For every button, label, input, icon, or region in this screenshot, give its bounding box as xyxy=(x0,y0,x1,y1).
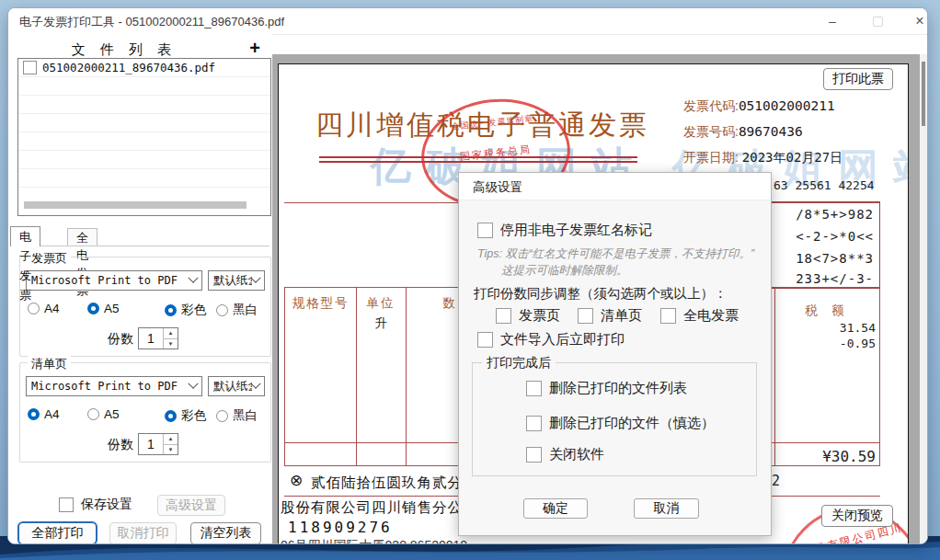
sync-list-page-checkbox[interactable]: 清单页 xyxy=(578,307,642,325)
sync-adjust-label: 打印份数同步调整（须勾选两个或以上）： xyxy=(474,285,728,303)
delete-printed-list-checkbox[interactable]: 删除已打印的文件列表 xyxy=(526,380,687,397)
after-print-group: 打印完成后 删除已打印的文件列表 删除已打印的文件（慎选） 关闭软件 xyxy=(472,362,757,476)
invoice-copies-label: 份数 xyxy=(108,331,133,348)
checkbox-icon xyxy=(526,447,542,463)
save-settings-label: 保存设置 xyxy=(81,497,132,513)
maximize-button[interactable] xyxy=(856,8,899,34)
invoice-date-value: 2023年02月27日 xyxy=(742,150,843,165)
print-this-button[interactable]: 打印此票 xyxy=(823,68,893,90)
invoice-number-row: 发票号码:89670436 xyxy=(683,124,803,141)
file-list-header: 文 件 列 表 xyxy=(8,41,240,59)
total-tax-value: ¥30.59 xyxy=(822,448,876,465)
clear-list-button[interactable]: 清空列表 xyxy=(190,522,261,544)
preview-vscrollbar[interactable] xyxy=(920,54,927,543)
list-tray-select[interactable]: 默认纸盒 xyxy=(208,376,265,396)
list-copies-stepper[interactable]: 1 ▲▼ xyxy=(138,433,178,455)
list-radio-bw[interactable]: 黑白 xyxy=(216,407,258,424)
file-list-item[interactable]: 051002000211_89670436.pdf xyxy=(18,59,270,77)
cancel-print-button[interactable]: 取消打印 xyxy=(109,522,177,544)
list-page-group: 清单页 Microsoft Print to PDF 默认纸盒 A4 A5 彩色 xyxy=(19,362,271,463)
list-tray-value: 默认纸盒 xyxy=(213,379,252,394)
close-software-checkbox[interactable]: 关闭软件 xyxy=(526,446,604,463)
invoice-tray-select[interactable]: 默认纸盒 xyxy=(208,270,265,291)
radio-label: 黑白 xyxy=(233,302,258,318)
radio-selected-icon xyxy=(165,410,177,422)
invoice-code-label: 发票代码: xyxy=(683,98,739,113)
checkbox-label: 删除已打印的文件列表 xyxy=(549,380,687,397)
vscrollbar-thumb[interactable] xyxy=(922,62,925,126)
disable-red-mark-checkbox[interactable]: 停用非电子发票红名标记 xyxy=(477,222,652,239)
seller-taxid-fragment: 118909276 xyxy=(288,519,393,536)
column-header-spec: 规格型号 xyxy=(285,295,356,312)
checkbox-icon xyxy=(660,308,676,324)
radio-icon xyxy=(216,304,228,316)
radio-selected-icon xyxy=(28,408,40,420)
invoice-code-row: 发票代码:051002000211 xyxy=(683,98,835,115)
chevron-down-icon xyxy=(250,379,260,389)
list-radio-a4[interactable]: A4 xyxy=(28,407,60,421)
checkbox-icon xyxy=(59,497,74,512)
amount-in-words: 贰佰陆拾伍圆玖角贰分 xyxy=(311,474,463,493)
radio-selected-icon xyxy=(87,303,99,314)
spin-up-icon[interactable]: ▲ xyxy=(164,328,178,338)
ok-button[interactable]: 确定 xyxy=(523,498,588,519)
radio-label: A4 xyxy=(44,302,60,315)
file-name: 051002000211_89670436.pdf xyxy=(42,61,215,74)
radio-label: A5 xyxy=(104,302,120,315)
checkbox-icon xyxy=(526,416,542,431)
chevron-down-icon xyxy=(250,273,260,283)
tax-value: -0.95 xyxy=(840,337,876,350)
invoice-page-group-label: 发票页 xyxy=(28,250,71,267)
spin-up-icon[interactable]: ▲ xyxy=(164,434,178,444)
advanced-settings-button[interactable]: 高级设置 xyxy=(157,495,225,516)
radio-label: A5 xyxy=(104,407,120,421)
radio-label: A4 xyxy=(44,407,60,421)
print-all-button[interactable]: 全部打印 xyxy=(17,521,97,544)
save-settings-checkbox[interactable]: 保存设置 xyxy=(59,497,132,513)
invoice-radio-a4[interactable]: A4 xyxy=(28,302,60,315)
list-radio-a5[interactable]: A5 xyxy=(87,407,120,421)
print-on-import-checkbox[interactable]: 文件导入后立即打印 xyxy=(477,331,625,349)
window-title: 电子发票打印工具 - 051002000211_89670436.pdf xyxy=(19,14,284,30)
list-radio-color[interactable]: 彩色 xyxy=(165,407,206,424)
invoice-printer-select[interactable]: Microsoft Print to PDF xyxy=(26,270,202,291)
list-page-group-label: 清单页 xyxy=(28,356,71,372)
close-button[interactable]: × xyxy=(899,8,928,34)
maximize-icon xyxy=(873,17,883,27)
invoice-printer-value: Microsoft Print to PDF xyxy=(31,274,189,287)
spin-down-icon[interactable]: ▼ xyxy=(164,338,178,349)
sync-full-digital-checkbox[interactable]: 全电发票 xyxy=(660,307,739,325)
tab-electronic-invoice[interactable]: 电子发票 xyxy=(10,226,40,246)
cancel-button[interactable]: 取消 xyxy=(634,498,699,519)
checkbox-label: 全电发票 xyxy=(683,307,739,325)
file-checkbox[interactable] xyxy=(23,61,37,74)
spin-down-icon[interactable]: ▼ xyxy=(164,444,178,455)
sync-invoice-page-checkbox[interactable]: 发票页 xyxy=(496,307,560,325)
checkbox-icon xyxy=(578,308,593,324)
file-list-hscrollbar[interactable] xyxy=(24,201,246,209)
list-printer-select[interactable]: Microsoft Print to PDF xyxy=(26,376,202,396)
file-list-empty-row xyxy=(18,151,270,169)
advanced-settings-dialog: 高级设置 停用非电子发票红名标记 Tips: 双击“红名文件可能不是电子发票，不… xyxy=(458,172,772,536)
amount-figure-fragment: 2 xyxy=(772,473,780,489)
invoice-radio-a5[interactable]: A5 xyxy=(87,302,120,315)
invoice-code-value: 051002000211 xyxy=(739,98,835,113)
file-list-empty-row xyxy=(18,132,270,151)
dialog-title-bar: 高级设置 xyxy=(459,173,771,200)
delete-printed-files-checkbox[interactable]: 删除已打印的文件（慎选） xyxy=(526,415,715,432)
invoice-number-label: 发票号码: xyxy=(683,124,739,139)
dialog-title: 高级设置 xyxy=(473,179,522,196)
minimize-button[interactable]: – xyxy=(811,8,854,34)
list-printer-value: Microsoft Print to PDF xyxy=(31,380,189,393)
radio-label: 黑白 xyxy=(233,407,258,424)
checkbox-icon xyxy=(477,332,493,348)
title-bar: 电子发票打印工具 - 051002000211_89670436.pdf – × xyxy=(8,8,927,35)
invoice-radio-color[interactable]: 彩色 xyxy=(165,302,206,318)
invoice-copies-stepper[interactable]: 1 ▲▼ xyxy=(138,327,178,349)
radio-icon xyxy=(216,410,228,422)
close-preview-button[interactable]: 关闭预览 xyxy=(821,505,893,527)
add-file-button[interactable]: + xyxy=(244,37,266,59)
invoice-copies-value: 1 xyxy=(139,328,163,349)
invoice-radio-bw[interactable]: 黑白 xyxy=(216,302,258,318)
tab-full-digital-invoice[interactable]: 全电发票 xyxy=(67,228,97,246)
